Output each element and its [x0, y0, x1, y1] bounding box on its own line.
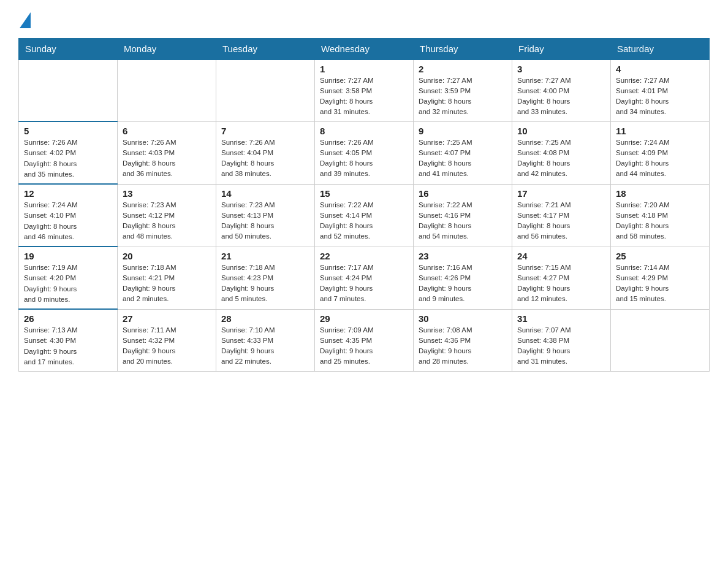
day-cell: 29Sunrise: 7:09 AMSunset: 4:35 PMDayligh…: [315, 309, 414, 372]
day-cell: [216, 59, 315, 121]
day-number: 23: [419, 251, 507, 261]
day-cell: 10Sunrise: 7:25 AMSunset: 4:08 PMDayligh…: [512, 121, 611, 184]
day-cell: 4Sunrise: 7:27 AMSunset: 4:01 PMDaylight…: [611, 59, 710, 121]
day-cell: 28Sunrise: 7:10 AMSunset: 4:33 PMDayligh…: [216, 309, 315, 372]
day-info: Sunrise: 7:09 AMSunset: 4:35 PMDaylight:…: [320, 325, 408, 367]
day-number: 18: [616, 188, 704, 199]
day-cell: 27Sunrise: 7:11 AMSunset: 4:32 PMDayligh…: [118, 309, 216, 372]
logo: [18, 12, 31, 32]
day-number: 16: [419, 188, 507, 199]
day-cell: 17Sunrise: 7:21 AMSunset: 4:17 PMDayligh…: [512, 184, 611, 247]
day-cell: 6Sunrise: 7:26 AMSunset: 4:03 PMDaylight…: [118, 121, 216, 184]
day-number: 25: [616, 251, 704, 261]
day-info: Sunrise: 7:27 AMSunset: 3:59 PMDaylight:…: [419, 75, 507, 118]
day-info: Sunrise: 7:18 AMSunset: 4:21 PMDaylight:…: [123, 262, 211, 305]
day-number: 2: [419, 64, 507, 74]
day-cell: 7Sunrise: 7:26 AMSunset: 4:04 PMDaylight…: [216, 121, 315, 184]
day-cell: [611, 309, 710, 372]
day-cell: 9Sunrise: 7:25 AMSunset: 4:07 PMDaylight…: [414, 121, 512, 184]
day-cell: 31Sunrise: 7:07 AMSunset: 4:38 PMDayligh…: [512, 309, 611, 372]
day-number: 19: [24, 251, 112, 261]
day-number: 1: [320, 64, 408, 74]
day-info: Sunrise: 7:10 AMSunset: 4:33 PMDaylight:…: [221, 325, 309, 367]
day-number: 21: [221, 251, 309, 261]
day-info: Sunrise: 7:26 AMSunset: 4:03 PMDaylight:…: [123, 137, 211, 180]
day-number: 10: [517, 126, 605, 136]
day-cell: 25Sunrise: 7:14 AMSunset: 4:29 PMDayligh…: [611, 247, 710, 309]
day-info: Sunrise: 7:26 AMSunset: 4:05 PMDaylight:…: [320, 137, 408, 180]
day-cell: 8Sunrise: 7:26 AMSunset: 4:05 PMDaylight…: [315, 121, 414, 184]
day-cell: 20Sunrise: 7:18 AMSunset: 4:21 PMDayligh…: [118, 247, 216, 309]
day-number: 15: [320, 188, 408, 199]
day-cell: 22Sunrise: 7:17 AMSunset: 4:24 PMDayligh…: [315, 247, 414, 309]
day-cell: 16Sunrise: 7:22 AMSunset: 4:16 PMDayligh…: [414, 184, 512, 247]
week-row-4: 19Sunrise: 7:19 AMSunset: 4:20 PMDayligh…: [19, 247, 710, 309]
day-cell: 21Sunrise: 7:18 AMSunset: 4:23 PMDayligh…: [216, 247, 315, 309]
day-info: Sunrise: 7:20 AMSunset: 4:18 PMDaylight:…: [616, 200, 704, 242]
day-number: 29: [320, 313, 408, 324]
header-sunday: Sunday: [19, 39, 118, 60]
day-number: 17: [517, 188, 605, 199]
day-number: 24: [517, 251, 605, 261]
svg-marker-0: [20, 12, 31, 28]
calendar-header-row: SundayMondayTuesdayWednesdayThursdayFrid…: [19, 39, 710, 60]
header-saturday: Saturday: [611, 39, 710, 60]
day-info: Sunrise: 7:26 AMSunset: 4:04 PMDaylight:…: [221, 137, 309, 180]
day-info: Sunrise: 7:27 AMSunset: 4:01 PMDaylight:…: [616, 75, 704, 118]
logo-triangle-icon: [20, 12, 31, 31]
day-cell: [118, 59, 216, 121]
day-cell: 14Sunrise: 7:23 AMSunset: 4:13 PMDayligh…: [216, 184, 315, 247]
calendar-table: SundayMondayTuesdayWednesdayThursdayFrid…: [18, 38, 710, 372]
day-number: 31: [517, 313, 605, 324]
day-info: Sunrise: 7:23 AMSunset: 4:13 PMDaylight:…: [221, 200, 309, 242]
day-number: 8: [320, 126, 408, 136]
header-thursday: Thursday: [414, 39, 512, 60]
header-wednesday: Wednesday: [315, 39, 414, 60]
day-number: 6: [123, 126, 211, 136]
header-monday: Monday: [118, 39, 216, 60]
day-info: Sunrise: 7:26 AMSunset: 4:02 PMDaylight:…: [24, 137, 112, 180]
day-info: Sunrise: 7:19 AMSunset: 4:20 PMDaylight:…: [24, 262, 112, 305]
day-number: 3: [517, 64, 605, 74]
day-info: Sunrise: 7:17 AMSunset: 4:24 PMDaylight:…: [320, 262, 408, 305]
day-info: Sunrise: 7:16 AMSunset: 4:26 PMDaylight:…: [419, 262, 507, 305]
day-cell: 3Sunrise: 7:27 AMSunset: 4:00 PMDaylight…: [512, 59, 611, 121]
day-number: 9: [419, 126, 507, 136]
day-number: 13: [123, 188, 211, 199]
day-number: 5: [24, 126, 112, 136]
day-info: Sunrise: 7:23 AMSunset: 4:12 PMDaylight:…: [123, 200, 211, 242]
day-info: Sunrise: 7:07 AMSunset: 4:38 PMDaylight:…: [517, 325, 605, 367]
week-row-3: 12Sunrise: 7:24 AMSunset: 4:10 PMDayligh…: [19, 184, 710, 247]
day-info: Sunrise: 7:24 AMSunset: 4:09 PMDaylight:…: [616, 137, 704, 180]
day-info: Sunrise: 7:11 AMSunset: 4:32 PMDaylight:…: [123, 325, 211, 367]
day-cell: 24Sunrise: 7:15 AMSunset: 4:27 PMDayligh…: [512, 247, 611, 309]
day-info: Sunrise: 7:14 AMSunset: 4:29 PMDaylight:…: [616, 262, 704, 305]
header-tuesday: Tuesday: [216, 39, 315, 60]
day-cell: 19Sunrise: 7:19 AMSunset: 4:20 PMDayligh…: [19, 247, 118, 309]
day-cell: 1Sunrise: 7:27 AMSunset: 3:58 PMDaylight…: [315, 59, 414, 121]
week-row-5: 26Sunrise: 7:13 AMSunset: 4:30 PMDayligh…: [19, 309, 710, 372]
day-info: Sunrise: 7:27 AMSunset: 4:00 PMDaylight:…: [517, 75, 605, 118]
day-cell: 18Sunrise: 7:20 AMSunset: 4:18 PMDayligh…: [611, 184, 710, 247]
week-row-1: 1Sunrise: 7:27 AMSunset: 3:58 PMDaylight…: [19, 59, 710, 121]
day-cell: 30Sunrise: 7:08 AMSunset: 4:36 PMDayligh…: [414, 309, 512, 372]
day-info: Sunrise: 7:08 AMSunset: 4:36 PMDaylight:…: [419, 325, 507, 367]
day-number: 12: [24, 188, 112, 199]
day-cell: 23Sunrise: 7:16 AMSunset: 4:26 PMDayligh…: [414, 247, 512, 309]
day-number: 22: [320, 251, 408, 261]
day-number: 28: [221, 313, 309, 324]
day-info: Sunrise: 7:21 AMSunset: 4:17 PMDaylight:…: [517, 200, 605, 242]
day-info: Sunrise: 7:22 AMSunset: 4:16 PMDaylight:…: [419, 200, 507, 242]
day-cell: 13Sunrise: 7:23 AMSunset: 4:12 PMDayligh…: [118, 184, 216, 247]
day-info: Sunrise: 7:22 AMSunset: 4:14 PMDaylight:…: [320, 200, 408, 242]
header-friday: Friday: [512, 39, 611, 60]
day-number: 20: [123, 251, 211, 261]
day-number: 7: [221, 126, 309, 136]
day-cell: 15Sunrise: 7:22 AMSunset: 4:14 PMDayligh…: [315, 184, 414, 247]
day-number: 14: [221, 188, 309, 199]
header: [18, 12, 710, 32]
day-cell: [19, 59, 118, 121]
day-info: Sunrise: 7:18 AMSunset: 4:23 PMDaylight:…: [221, 262, 309, 305]
day-cell: 12Sunrise: 7:24 AMSunset: 4:10 PMDayligh…: [19, 184, 118, 247]
day-cell: 5Sunrise: 7:26 AMSunset: 4:02 PMDaylight…: [19, 121, 118, 184]
